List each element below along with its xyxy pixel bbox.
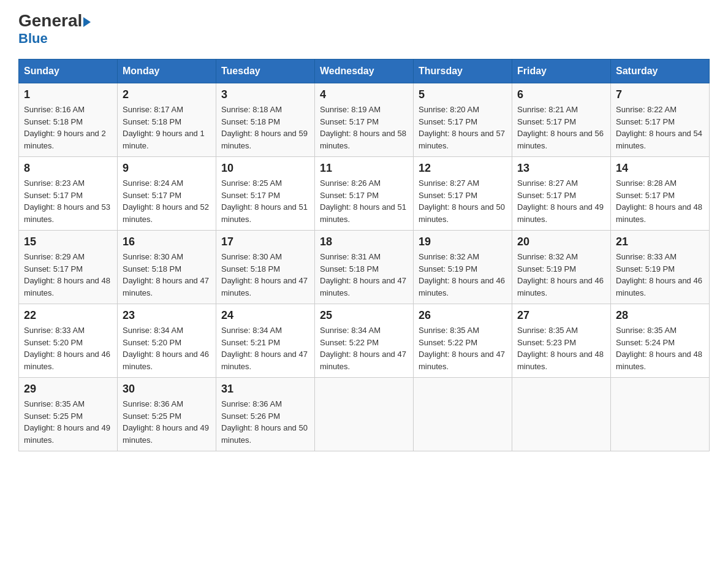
sunrise-label: Sunrise: 8:33 AM [24, 326, 85, 335]
calendar-day-4: 4 Sunrise: 8:19 AM Sunset: 5:17 PM Dayli… [315, 83, 414, 157]
empty-cell [414, 378, 512, 451]
sunrise-label: Sunrise: 8:34 AM [123, 326, 183, 335]
sunset-label: Sunset: 5:19 PM [616, 264, 675, 274]
day-number: 22 [24, 309, 112, 322]
calendar-day-26: 26 Sunrise: 8:35 AM Sunset: 5:22 PM Dayl… [414, 304, 512, 378]
daylight-label: Daylight: 8 hours and 46 minutes. [616, 276, 702, 297]
day-info: Sunrise: 8:28 AM Sunset: 5:17 PM Dayligh… [616, 177, 704, 225]
sunrise-label: Sunrise: 8:16 AM [24, 105, 85, 114]
day-header-saturday: Saturday [611, 59, 710, 83]
calendar-day-1: 1 Sunrise: 8:16 AM Sunset: 5:18 PM Dayli… [19, 83, 118, 157]
sunrise-label: Sunrise: 8:27 AM [517, 178, 578, 188]
sunset-label: Sunset: 5:23 PM [517, 338, 576, 347]
day-number: 26 [419, 309, 507, 322]
calendar-day-8: 8 Sunrise: 8:23 AM Sunset: 5:17 PM Dayli… [19, 157, 118, 231]
sunset-label: Sunset: 5:18 PM [221, 117, 280, 126]
calendar-day-6: 6 Sunrise: 8:21 AM Sunset: 5:17 PM Dayli… [512, 83, 611, 157]
day-number: 30 [123, 383, 211, 396]
calendar-day-11: 11 Sunrise: 8:26 AM Sunset: 5:17 PM Dayl… [315, 157, 414, 231]
sunset-label: Sunset: 5:17 PM [419, 117, 477, 126]
calendar-day-24: 24 Sunrise: 8:34 AM Sunset: 5:21 PM Dayl… [216, 304, 315, 378]
daylight-label: Daylight: 8 hours and 47 minutes. [123, 276, 209, 297]
daylight-label: Daylight: 8 hours and 50 minutes. [221, 423, 308, 445]
sunrise-label: Sunrise: 8:21 AM [517, 105, 578, 114]
day-info: Sunrise: 8:32 AM Sunset: 5:19 PM Dayligh… [517, 251, 605, 299]
sunrise-label: Sunrise: 8:35 AM [419, 326, 479, 335]
day-number: 19 [419, 236, 507, 248]
daylight-label: Daylight: 8 hours and 51 minutes. [320, 202, 406, 224]
day-number: 27 [517, 309, 605, 322]
day-number: 9 [123, 162, 211, 175]
day-info: Sunrise: 8:25 AM Sunset: 5:17 PM Dayligh… [221, 177, 309, 225]
sunset-label: Sunset: 5:17 PM [320, 117, 379, 126]
day-number: 25 [320, 309, 408, 322]
day-info: Sunrise: 8:29 AM Sunset: 5:17 PM Dayligh… [24, 251, 112, 299]
day-info: Sunrise: 8:35 AM Sunset: 5:23 PM Dayligh… [517, 324, 605, 372]
day-info: Sunrise: 8:23 AM Sunset: 5:17 PM Dayligh… [24, 177, 112, 225]
sunset-label: Sunset: 5:17 PM [419, 191, 477, 200]
calendar-day-15: 15 Sunrise: 8:29 AM Sunset: 5:17 PM Dayl… [19, 231, 118, 304]
sunrise-label: Sunrise: 8:32 AM [419, 252, 479, 261]
calendar-day-9: 9 Sunrise: 8:24 AM Sunset: 5:17 PM Dayli… [118, 157, 216, 231]
calendar-day-7: 7 Sunrise: 8:22 AM Sunset: 5:17 PM Dayli… [611, 83, 710, 157]
day-info: Sunrise: 8:35 AM Sunset: 5:25 PM Dayligh… [24, 398, 112, 446]
sunset-label: Sunset: 5:26 PM [221, 412, 280, 421]
day-header-monday: Monday [118, 59, 216, 83]
daylight-label: Daylight: 8 hours and 46 minutes. [24, 350, 110, 371]
sunrise-label: Sunrise: 8:29 AM [24, 252, 85, 261]
sunrise-label: Sunrise: 8:30 AM [221, 252, 282, 261]
day-info: Sunrise: 8:36 AM Sunset: 5:26 PM Dayligh… [221, 398, 309, 446]
sunrise-label: Sunrise: 8:28 AM [616, 178, 677, 188]
calendar-day-3: 3 Sunrise: 8:18 AM Sunset: 5:18 PM Dayli… [216, 83, 315, 157]
sunset-label: Sunset: 5:17 PM [517, 191, 576, 200]
sunset-label: Sunset: 5:20 PM [24, 338, 83, 347]
calendar-day-18: 18 Sunrise: 8:31 AM Sunset: 5:18 PM Dayl… [315, 231, 414, 304]
calendar-day-12: 12 Sunrise: 8:27 AM Sunset: 5:17 PM Dayl… [414, 157, 512, 231]
day-number: 12 [419, 162, 507, 175]
day-info: Sunrise: 8:19 AM Sunset: 5:17 PM Dayligh… [320, 104, 408, 151]
calendar-week-2: 8 Sunrise: 8:23 AM Sunset: 5:17 PM Dayli… [19, 157, 710, 231]
calendar-day-19: 19 Sunrise: 8:32 AM Sunset: 5:19 PM Dayl… [414, 231, 512, 304]
daylight-label: Daylight: 8 hours and 48 minutes. [616, 350, 702, 371]
daylight-label: Daylight: 8 hours and 49 minutes. [24, 423, 110, 445]
day-info: Sunrise: 8:24 AM Sunset: 5:17 PM Dayligh… [123, 177, 211, 225]
sunrise-label: Sunrise: 8:17 AM [123, 105, 183, 114]
empty-cell [611, 378, 710, 451]
sunset-label: Sunset: 5:18 PM [320, 264, 379, 274]
day-info: Sunrise: 8:22 AM Sunset: 5:17 PM Dayligh… [616, 104, 704, 151]
day-info: Sunrise: 8:27 AM Sunset: 5:17 PM Dayligh… [517, 177, 605, 225]
sunset-label: Sunset: 5:25 PM [123, 412, 181, 421]
day-number: 24 [221, 309, 309, 322]
day-number: 5 [419, 88, 507, 101]
empty-cell [315, 378, 414, 451]
daylight-label: Daylight: 8 hours and 46 minutes. [419, 276, 505, 297]
sunset-label: Sunset: 5:18 PM [24, 117, 83, 126]
day-info: Sunrise: 8:17 AM Sunset: 5:18 PM Dayligh… [123, 104, 211, 151]
day-info: Sunrise: 8:27 AM Sunset: 5:17 PM Dayligh… [419, 177, 507, 225]
sunrise-label: Sunrise: 8:33 AM [616, 252, 677, 261]
day-number: 16 [123, 236, 211, 248]
day-info: Sunrise: 8:35 AM Sunset: 5:24 PM Dayligh… [616, 324, 704, 372]
calendar-day-14: 14 Sunrise: 8:28 AM Sunset: 5:17 PM Dayl… [611, 157, 710, 231]
day-header-friday: Friday [512, 59, 611, 83]
sunset-label: Sunset: 5:17 PM [123, 191, 181, 200]
sunrise-label: Sunrise: 8:35 AM [24, 399, 85, 408]
daylight-label: Daylight: 8 hours and 56 minutes. [517, 129, 604, 150]
day-header-wednesday: Wednesday [315, 59, 414, 83]
day-number: 14 [616, 162, 704, 175]
sunset-label: Sunset: 5:17 PM [320, 191, 379, 200]
logo: General Blue [18, 12, 91, 47]
sunrise-label: Sunrise: 8:26 AM [320, 178, 381, 188]
day-info: Sunrise: 8:21 AM Sunset: 5:17 PM Dayligh… [517, 104, 605, 151]
day-header-sunday: Sunday [19, 59, 118, 83]
sunset-label: Sunset: 5:17 PM [517, 117, 576, 126]
day-info: Sunrise: 8:18 AM Sunset: 5:18 PM Dayligh… [221, 104, 309, 151]
sunrise-label: Sunrise: 8:20 AM [419, 105, 479, 114]
sunset-label: Sunset: 5:18 PM [123, 117, 181, 126]
daylight-label: Daylight: 8 hours and 46 minutes. [517, 276, 604, 297]
daylight-label: Daylight: 8 hours and 48 minutes. [616, 202, 702, 224]
calendar-day-31: 31 Sunrise: 8:36 AM Sunset: 5:26 PM Dayl… [216, 378, 315, 451]
sunset-label: Sunset: 5:17 PM [24, 191, 83, 200]
calendar-day-10: 10 Sunrise: 8:25 AM Sunset: 5:17 PM Dayl… [216, 157, 315, 231]
empty-cell [512, 378, 611, 451]
